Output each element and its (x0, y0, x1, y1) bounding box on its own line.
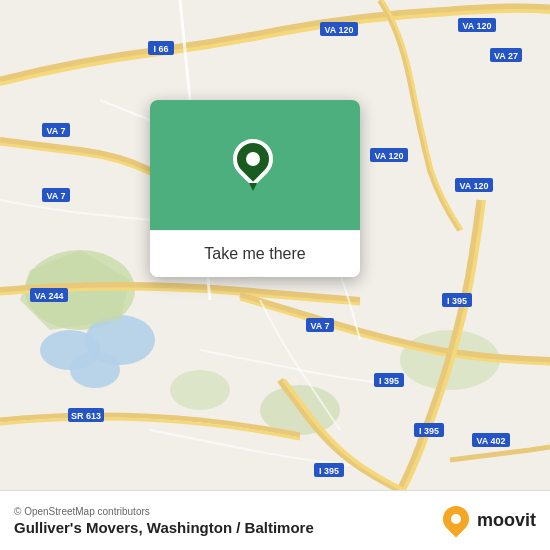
svg-text:I 66: I 66 (153, 44, 168, 54)
svg-text:VA 7: VA 7 (46, 126, 65, 136)
svg-text:VA 27: VA 27 (494, 51, 518, 61)
footer: © OpenStreetMap contributors Gulliver's … (0, 490, 550, 550)
svg-text:VA 120: VA 120 (462, 21, 491, 31)
take-me-there-button[interactable]: Take me there (150, 230, 360, 277)
svg-text:SR 613: SR 613 (71, 411, 101, 421)
svg-text:VA 120: VA 120 (324, 25, 353, 35)
svg-point-3 (70, 352, 120, 388)
svg-text:I 395: I 395 (447, 296, 467, 306)
svg-text:VA 120: VA 120 (459, 181, 488, 191)
svg-text:I 395: I 395 (419, 426, 439, 436)
svg-text:VA 7: VA 7 (310, 321, 329, 331)
moovit-text: moovit (477, 510, 536, 531)
location-popup: Take me there (150, 100, 360, 277)
popup-map-area (150, 100, 360, 230)
svg-text:VA 7: VA 7 (46, 191, 65, 201)
svg-text:I 395: I 395 (379, 376, 399, 386)
moovit-logo: moovit (443, 506, 536, 536)
svg-point-6 (170, 370, 230, 410)
svg-text:VA 120: VA 120 (374, 151, 403, 161)
svg-text:VA 244: VA 244 (34, 291, 63, 301)
svg-text:VA 402: VA 402 (476, 436, 505, 446)
copyright-text: © OpenStreetMap contributors (14, 506, 433, 517)
location-title: Gulliver's Movers, Washington / Baltimor… (14, 519, 433, 536)
map-container: I 66 VA 120 VA 120 VA 120 VA 120 VA 27 V… (0, 0, 550, 490)
svg-text:I 395: I 395 (319, 466, 339, 476)
